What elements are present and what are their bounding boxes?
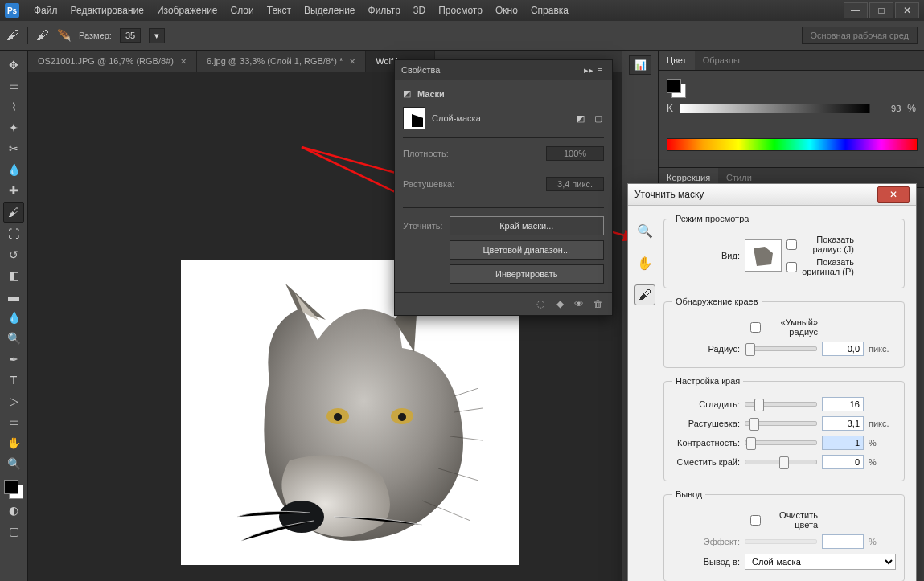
amount-slider (745, 539, 817, 544)
smooth-input[interactable] (822, 397, 864, 411)
panel-color-swatch[interactable] (667, 79, 686, 98)
color-range-button[interactable]: Цветовой диапазон... (450, 240, 604, 260)
color-panel-tab[interactable]: Цвет (659, 51, 695, 70)
k-label: K (667, 103, 673, 114)
eyedropper-tool[interactable]: 💧 (4, 160, 23, 179)
density-value[interactable]: 100% (546, 146, 604, 161)
crop-tool[interactable]: ✂ (4, 139, 23, 158)
brush-tool[interactable]: 🖌 (3, 202, 24, 223)
window-minimize-button[interactable]: — (844, 2, 868, 18)
brush-preset-icon[interactable]: 🖌 (36, 28, 49, 43)
menu-filter[interactable]: Фильтр (362, 5, 407, 16)
dialog-close-button[interactable]: ✕ (877, 186, 910, 203)
panel-menu-icon[interactable]: ≡ (594, 64, 606, 76)
shift-slider[interactable] (745, 460, 817, 464)
quick-select-tool[interactable]: ✦ (4, 118, 23, 137)
view-label: Вид: (672, 251, 740, 260)
workspace-selector[interactable]: Основная рабочая сред (802, 27, 918, 44)
vector-mask-icon[interactable]: ▢ (593, 113, 604, 124)
wolf-image (213, 276, 487, 549)
amount-unit: % (869, 537, 896, 546)
menu-text[interactable]: Текст (261, 5, 298, 16)
mask-thumbnail[interactable] (403, 107, 425, 129)
menu-window[interactable]: Окно (489, 5, 524, 16)
histogram-icon[interactable]: 📊 (629, 55, 651, 75)
menu-layers[interactable]: Слои (224, 5, 261, 16)
mask-type-label: Слой-маска (432, 113, 481, 123)
radius-input[interactable] (822, 342, 864, 356)
menu-edit[interactable]: Редактирование (64, 5, 150, 16)
menu-file[interactable]: Файл (27, 5, 64, 16)
properties-title: Свойства (401, 65, 440, 75)
window-maximize-button[interactable]: □ (869, 2, 893, 18)
screen-mode-toggle[interactable]: ▢ (4, 522, 23, 541)
size-field[interactable]: 35 (120, 28, 141, 43)
hand-tool-icon[interactable]: ✋ (634, 252, 655, 273)
refine-brush-tool-icon[interactable]: 🖌 (634, 284, 655, 305)
menu-help[interactable]: Справка (524, 5, 575, 16)
toggle-mask-icon[interactable]: 👁 (573, 298, 585, 309)
move-tool[interactable]: ✥ (4, 55, 23, 75)
load-selection-icon[interactable]: ◌ (535, 298, 546, 309)
pixel-mask-icon[interactable]: ◩ (575, 113, 586, 124)
swatches-panel-tab[interactable]: Образцы (695, 51, 748, 70)
type-tool[interactable]: T (4, 370, 23, 390)
adjust-edge-group: Настройка края Сгладить: Растушевка: пик… (663, 376, 905, 481)
decontaminate-checkbox[interactable]: Очистить цвета (750, 510, 818, 530)
output-to-label: Вывод в: (672, 557, 740, 567)
size-dropdown[interactable]: ▾ (149, 28, 165, 43)
history-brush-tool[interactable]: ↺ (4, 245, 23, 264)
stamp-tool[interactable]: ⛶ (4, 224, 23, 243)
feather-value[interactable]: 3,4 пикс. (546, 177, 604, 191)
color-ramp[interactable] (667, 138, 918, 151)
marquee-tool[interactable]: ▭ (4, 76, 23, 96)
output-to-select[interactable]: Слой-маска (745, 554, 896, 570)
amount-label: Эффект: (672, 537, 740, 546)
zoom-tool[interactable]: 🔍 (4, 454, 23, 473)
k-slider[interactable] (680, 104, 870, 113)
density-label: Плотность: (403, 149, 449, 158)
close-icon[interactable]: ✕ (180, 57, 187, 66)
contrast-input[interactable] (822, 436, 864, 450)
quick-mask-toggle[interactable]: ◐ (4, 501, 23, 520)
blur-tool[interactable]: 💧 (4, 308, 23, 327)
options-bar: 🖌 🖌 🪶 Размер: 35 ▾ Основная рабочая сред (0, 21, 924, 51)
refine-label: Уточнить: (403, 216, 443, 231)
menu-view[interactable]: Просмотр (432, 5, 489, 16)
zoom-tool-icon[interactable]: 🔍 (634, 220, 655, 241)
doc-tab-2[interactable]: 6.jpg @ 33,3% (Слой 1, RGB/8*) *✕ (197, 51, 366, 72)
pen-tool[interactable]: ✒ (4, 350, 23, 369)
brush-icon: 🖌 (6, 28, 19, 43)
close-icon[interactable]: ✕ (349, 57, 355, 66)
window-close-button[interactable]: ✕ (895, 2, 919, 18)
menu-image[interactable]: Изображение (150, 5, 224, 16)
brush-panel-icon[interactable]: 🪶 (57, 29, 71, 42)
smooth-slider[interactable] (745, 402, 817, 407)
apply-mask-icon[interactable]: ◆ (554, 298, 565, 309)
show-original-checkbox[interactable]: Показать оригинал (P) (786, 257, 854, 276)
eraser-tool[interactable]: ◧ (4, 266, 23, 285)
panel-collapse-icon[interactable]: ▸▸ (583, 64, 594, 76)
color-swatch[interactable] (4, 480, 23, 499)
menu-3d[interactable]: 3D (407, 5, 432, 16)
shape-tool[interactable]: ▭ (4, 412, 23, 432)
shift-input[interactable] (822, 455, 864, 469)
delete-mask-icon[interactable]: 🗑 (593, 298, 604, 309)
lasso-tool[interactable]: ⌇ (4, 97, 23, 117)
path-select-tool[interactable]: ▷ (4, 391, 23, 411)
contrast-slider[interactable] (745, 440, 817, 445)
dodge-tool[interactable]: 🔍 (4, 329, 23, 348)
dlg-feather-input[interactable] (822, 416, 864, 431)
smart-radius-checkbox[interactable]: «Умный» радиус (750, 317, 818, 337)
doc-tab-1[interactable]: OS21001.JPG @ 16,7% (RGB/8#)✕ (28, 51, 197, 72)
radius-slider[interactable] (745, 346, 817, 351)
hand-tool[interactable]: ✋ (4, 433, 23, 452)
gradient-tool[interactable]: ▬ (4, 287, 23, 306)
mask-edge-button[interactable]: Край маски... (450, 216, 604, 235)
show-radius-checkbox[interactable]: Показать радиус (J) (786, 235, 854, 254)
menu-select[interactable]: Выделение (298, 5, 362, 16)
healing-tool[interactable]: ✚ (4, 181, 23, 200)
dlg-feather-slider[interactable] (745, 421, 817, 426)
invert-button[interactable]: Инвертировать (450, 264, 604, 284)
view-thumbnail[interactable] (745, 239, 782, 272)
